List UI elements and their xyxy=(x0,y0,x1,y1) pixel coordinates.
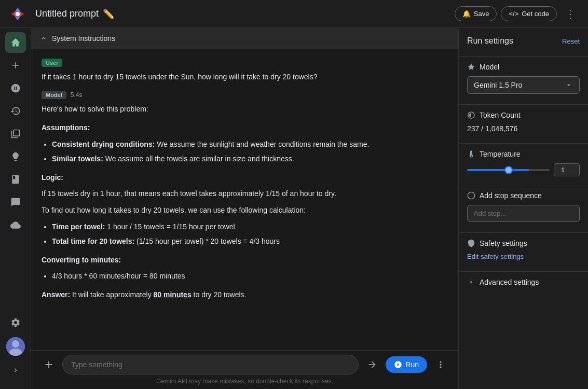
run-settings-title: Run settings xyxy=(467,36,513,46)
stop-sequence-section: Add stop sequence xyxy=(459,189,588,230)
save-icon: 🔔 xyxy=(462,10,471,18)
token-count-value: 237 / 1,048,576 xyxy=(467,124,580,133)
model-label: Model xyxy=(467,63,580,71)
logic-2: To find out how long it takes to dry 20 … xyxy=(42,204,448,217)
assumption-2: Similar towels: We assume all the towels… xyxy=(52,153,448,165)
model-intro: Here's how to solve this problem: xyxy=(42,103,448,116)
get-code-button[interactable]: </> Get code xyxy=(501,6,557,21)
converting-title: Converting to minutes: xyxy=(42,254,448,267)
chevron-up-icon xyxy=(39,34,48,43)
sidebar-icon-home[interactable] xyxy=(5,32,26,53)
token-count-section: Token Count 237 / 1,048,576 xyxy=(459,107,588,141)
user-badge: User xyxy=(42,59,62,67)
reset-button[interactable]: Reset xyxy=(562,37,580,45)
app-logo xyxy=(8,5,27,23)
model-message-block: Model 5.4s Here's how to solve this prob… xyxy=(42,91,448,301)
sidebar-icon-chat[interactable] xyxy=(5,192,26,213)
svg-point-2 xyxy=(12,340,19,348)
assumptions-list: Consistent drying conditions: We assume … xyxy=(52,138,448,165)
save-button[interactable]: 🔔 Save xyxy=(455,6,497,21)
divider-1 xyxy=(459,56,588,57)
sidebar-icon-book[interactable] xyxy=(5,169,26,190)
divider-3 xyxy=(459,143,588,144)
stop-sequence-input[interactable] xyxy=(467,205,580,222)
assumptions-title: Assumptions: xyxy=(42,122,448,134)
user-message-block: User If it takes 1 hour to dry 15 towels… xyxy=(42,58,448,82)
token-count-label: Token Count xyxy=(467,111,580,119)
chevron-right-icon xyxy=(467,278,475,286)
model-badge: Model xyxy=(42,91,66,99)
input-area: Run Gemini API may make mistakes, so dou… xyxy=(31,350,458,389)
assumption-1: Consistent drying conditions: We assume … xyxy=(52,138,448,151)
divider-5 xyxy=(459,232,588,233)
advanced-settings-toggle[interactable]: Advanced settings xyxy=(467,278,580,286)
user-message-text: If it takes 1 hour to dry 15 towels unde… xyxy=(42,71,448,82)
run-settings-header: Run settings Reset xyxy=(459,28,588,54)
temperature-control xyxy=(467,163,580,176)
sidebar-icon-lightbulb[interactable] xyxy=(5,146,26,167)
edit-title-icon[interactable]: ✏️ xyxy=(103,8,114,20)
center-content: System Instructions User If it takes 1 h… xyxy=(31,28,458,389)
svg-point-0 xyxy=(16,12,20,16)
converting-list: 4/3 hours * 60 minutes/hour = 80 minutes xyxy=(52,270,448,283)
message-input[interactable] xyxy=(62,355,359,374)
temperature-label: Temperature xyxy=(467,150,580,158)
stop-seq-label: Add stop sequence xyxy=(467,191,580,200)
sidebar-icon-explore[interactable] xyxy=(5,78,26,99)
more-menu-button[interactable]: ⋮ xyxy=(561,6,580,22)
main-layout: System Instructions User If it takes 1 h… xyxy=(0,28,588,389)
chevron-down-icon xyxy=(565,81,573,89)
run-button[interactable]: Run xyxy=(386,356,427,373)
model-section: Model Gemini 1.5 Pro xyxy=(459,59,588,102)
input-disclaimer: Gemini API may make mistakes, so double-… xyxy=(39,374,450,387)
system-instructions-bar[interactable]: System Instructions xyxy=(31,28,458,49)
safety-label: Safety settings xyxy=(467,239,580,247)
send-button[interactable] xyxy=(363,355,381,374)
input-row: Run xyxy=(39,355,450,374)
answer-line: Answer: It will take approximately 80 mi… xyxy=(42,289,448,301)
temperature-input[interactable] xyxy=(554,163,580,176)
sidebar-icon-cloud[interactable] xyxy=(5,215,26,235)
avatar[interactable] xyxy=(6,337,25,356)
temperature-icon xyxy=(467,150,475,158)
model-badge-row: Model 5.4s xyxy=(42,91,448,99)
safety-icon xyxy=(467,239,475,247)
calc-list: Time per towel: 1 hour / 15 towels = 1/1… xyxy=(52,221,448,248)
sidebar-icon-history[interactable] xyxy=(5,101,26,121)
chat-area[interactable]: User If it takes 1 hour to dry 15 towels… xyxy=(31,49,458,350)
model-icon xyxy=(467,63,475,71)
safety-section: Safety settings Edit safety settings xyxy=(459,235,588,269)
expand-sidebar-icon[interactable] xyxy=(5,360,26,381)
divider-2 xyxy=(459,104,588,105)
converting-calc: 4/3 hours * 60 minutes/hour = 80 minutes xyxy=(52,270,448,283)
model-select[interactable]: Gemini 1.5 Pro xyxy=(467,76,580,94)
system-instructions-label: System Instructions xyxy=(52,34,115,43)
divider-6 xyxy=(459,271,588,272)
run-icon xyxy=(394,360,402,369)
svg-point-4 xyxy=(468,192,474,199)
sidebar-icon-add[interactable] xyxy=(5,55,26,76)
model-message-text: Here's how to solve this problem: Assump… xyxy=(42,103,448,301)
code-icon: </> xyxy=(509,10,518,18)
run-settings-panel: Run settings Reset Model Gemini 1.5 Pro … xyxy=(458,28,588,389)
logic-title: Logic: xyxy=(42,172,448,184)
settings-icon[interactable] xyxy=(5,312,26,333)
calc-1: Time per towel: 1 hour / 15 towels = 1/1… xyxy=(52,221,448,233)
divider-4 xyxy=(459,187,588,187)
header-actions: 🔔 Save </> Get code ⋮ xyxy=(455,6,580,22)
stop-seq-icon xyxy=(467,191,475,200)
more-options-button[interactable] xyxy=(431,355,450,374)
sidebar-icon-library[interactable] xyxy=(5,123,26,144)
add-attachment-button[interactable] xyxy=(39,355,58,374)
temperature-slider[interactable] xyxy=(467,169,550,171)
header: Untitled prompt ✏️ 🔔 Save </> Get code ⋮ xyxy=(0,0,588,28)
sidebar xyxy=(0,28,31,389)
edit-safety-link[interactable]: Edit safety settings xyxy=(467,253,524,260)
temperature-section: Temperature xyxy=(459,146,588,185)
page-title: Untitled prompt xyxy=(35,8,99,19)
token-icon xyxy=(467,111,475,119)
logic-1: If 15 towels dry in 1 hour, that means e… xyxy=(42,188,448,200)
calc-2: Total time for 20 towels: (1/15 hour per… xyxy=(52,235,448,248)
model-time: 5.4s xyxy=(71,91,83,99)
advanced-section: Advanced settings xyxy=(459,274,588,295)
